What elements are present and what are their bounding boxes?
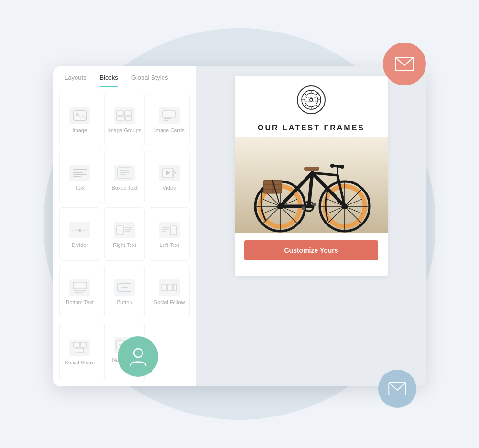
browser-frame: Layouts Blocks Global Styles Image xyxy=(53,66,426,386)
svg-rect-5 xyxy=(117,111,123,116)
email-headline: OUR LATEST FRAMES xyxy=(258,124,365,132)
svg-point-19 xyxy=(78,229,81,232)
email-header: BYCICLES HANDCRAFTED xyxy=(235,76,388,124)
svg-rect-22 xyxy=(117,226,123,235)
svg-point-96 xyxy=(302,206,305,210)
svg-rect-29 xyxy=(170,226,177,235)
block-image-cards[interactable]: Image Cards xyxy=(149,93,190,146)
svg-text:HANDCRAFTED: HANDCRAFTED xyxy=(305,101,318,103)
mail-icon-blue xyxy=(388,382,406,395)
block-boxed-text-label: Boxed Text xyxy=(111,185,137,191)
tab-global-styles[interactable]: Global Styles xyxy=(125,66,175,87)
mail-icon-salmon xyxy=(395,57,414,71)
block-video[interactable]: Video xyxy=(149,150,190,203)
block-right-text[interactable]: Right Text xyxy=(104,207,145,261)
svg-point-97 xyxy=(312,203,316,206)
block-image[interactable]: Image xyxy=(59,93,100,146)
svg-rect-39 xyxy=(80,342,87,347)
block-left-text[interactable]: Left Text xyxy=(149,207,190,261)
block-divider[interactable]: Divider xyxy=(59,207,100,261)
svg-point-86 xyxy=(340,165,344,169)
block-social-follow-label: Social Follow xyxy=(154,299,185,305)
email-cta-button[interactable]: Customize Yours xyxy=(244,240,378,260)
tab-layouts[interactable]: Layouts xyxy=(58,66,93,87)
block-text-label: Text xyxy=(75,185,85,191)
block-image-cards-label: Image Cards xyxy=(154,128,185,133)
svg-marker-17 xyxy=(173,170,176,176)
svg-rect-12 xyxy=(118,168,131,178)
salmon-mail-bubble xyxy=(383,43,426,85)
block-bottom-text-label: Bottom Text xyxy=(66,299,94,305)
svg-rect-9 xyxy=(163,111,176,117)
svg-rect-7 xyxy=(117,117,124,120)
svg-rect-40 xyxy=(76,348,84,353)
scene: Layouts Blocks Global Styles Image xyxy=(24,14,455,434)
svg-rect-35 xyxy=(162,284,166,291)
svg-point-46 xyxy=(305,93,318,107)
svg-rect-3 xyxy=(74,111,86,120)
svg-rect-8 xyxy=(125,117,132,120)
svg-rect-36 xyxy=(167,284,172,291)
svg-point-1 xyxy=(134,349,142,357)
block-social-share-label: Social Share xyxy=(65,360,95,365)
content-area: BYCICLES HANDCRAFTED OUR LATEST FRAMES xyxy=(196,66,426,386)
svg-point-85 xyxy=(330,164,334,168)
sidebar: Layouts Blocks Global Styles Image xyxy=(53,66,196,386)
block-video-label: Video xyxy=(163,185,176,191)
block-text[interactable]: Text xyxy=(59,150,100,203)
person-icon xyxy=(130,347,147,366)
email-preview: BYCICLES HANDCRAFTED OUR LATEST FRAMES xyxy=(235,76,388,276)
block-social-share[interactable]: Social Share xyxy=(59,322,100,381)
block-bottom-text[interactable]: Bottom Text xyxy=(59,265,100,318)
svg-text:BYCICLES: BYCICLES xyxy=(306,96,316,99)
block-image-groups-label: Image Groups xyxy=(108,128,142,133)
block-right-text-label: Right Text xyxy=(113,242,136,248)
block-image-groups[interactable]: Image Groups xyxy=(104,93,145,146)
svg-rect-87 xyxy=(304,167,319,171)
block-boxed-text[interactable]: Boxed Text xyxy=(104,150,145,203)
tabs-bar: Layouts Blocks Global Styles xyxy=(53,66,196,87)
blue-mail-bubble xyxy=(378,370,416,408)
tab-blocks[interactable]: Blocks xyxy=(93,66,125,87)
block-button[interactable]: Button xyxy=(104,265,145,318)
svg-rect-30 xyxy=(73,282,87,289)
svg-rect-6 xyxy=(124,111,132,116)
svg-rect-38 xyxy=(73,342,79,347)
green-person-bubble xyxy=(118,336,158,377)
block-button-label: Button xyxy=(117,299,132,305)
email-bike-image xyxy=(235,137,388,233)
block-left-text-label: Left Text xyxy=(159,242,179,248)
block-social-follow[interactable]: Social Follow xyxy=(149,265,190,318)
block-image-label: Image xyxy=(73,128,87,133)
svg-rect-37 xyxy=(173,284,177,291)
block-divider-label: Divider xyxy=(72,242,88,248)
email-cta-label: Customize Yours xyxy=(284,246,338,254)
brand-logo: BYCICLES HANDCRAFTED xyxy=(297,85,326,114)
